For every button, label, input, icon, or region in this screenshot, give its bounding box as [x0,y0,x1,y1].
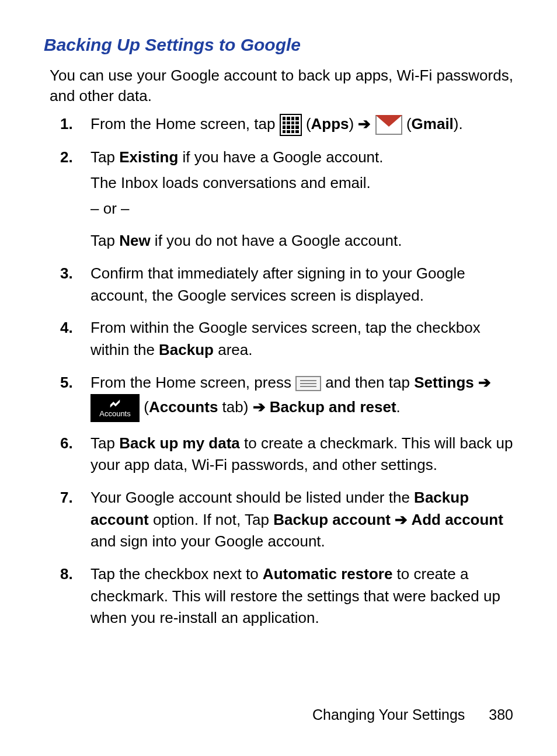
arrow-icon: ➔ [354,115,375,133]
automatic-restore-label: Automatic restore [263,565,393,583]
step-text: Tap [90,232,119,249]
step-number: 3. [60,263,90,306]
page-footer: Changing Your Settings 380 [312,706,513,723]
accounts-tab-label: Accounts [149,398,218,415]
step-text: Your Google account should be listed und… [90,489,414,506]
existing-label: Existing [119,148,178,166]
step-text: and sign into your Google account. [90,532,325,550]
step-text: if you do not have a Google account. [151,232,402,249]
step-text: Confirm that immediately after signing i… [90,263,513,306]
backup-reset-label: Backup and reset [270,398,396,415]
apps-label: Apps [311,115,349,133]
arrow-icon: ➔ [474,374,491,391]
step-subtext: The Inbox loads conversations and email. [90,172,513,194]
settings-label: Settings [414,374,474,391]
step-7: 7. Your Google account should be listed … [60,487,513,553]
arrow-icon: ➔ [248,398,269,415]
new-label: New [119,232,150,249]
step-number: 7. [60,487,90,553]
step-text: tab) [218,398,248,415]
step-number: 5. [60,372,90,422]
step-text: option. If not, Tap [149,511,273,528]
step-4: 4. From within the Google services scree… [60,317,513,361]
step-6: 6. Tap Back up my data to create a check… [60,433,513,476]
gmail-icon [375,115,402,135]
step-text: From the Home screen, tap [90,115,280,133]
page-number: 380 [489,706,513,723]
backup-label: Backup [159,341,214,358]
arrow-icon: ➔ [391,511,411,528]
step-number: 4. [60,317,90,361]
gmail-label: Gmail [412,115,454,133]
intro-text: You can use your Google account to back … [50,65,513,106]
accounts-icon-label: Accounts [99,409,130,420]
backup-account-label2: Backup account [273,511,391,528]
add-account-label: Add account [411,511,503,528]
step-text: Tap [90,434,119,452]
step-3: 3. Confirm that immediately after signin… [60,263,513,306]
section-heading: Backing Up Settings to Google [44,35,513,55]
accounts-tab-icon: Accounts [90,394,140,422]
step-text: Tap the checkbox next to [90,565,263,583]
steps-list: 1. From the Home screen, tap (Apps) ➔ (G… [44,113,513,629]
step-number: 8. [60,563,90,629]
step-text: and then tap [325,374,414,391]
step-number: 2. [60,147,90,252]
step-or: – or – [90,198,513,220]
menu-icon [295,376,321,391]
step-text: area. [214,341,253,358]
step-number: 6. [60,433,90,476]
step-text: From the Home screen, press [90,374,295,391]
step-8: 8. Tap the checkbox next to Automatic re… [60,563,513,629]
step-number: 1. [60,113,90,136]
back-up-my-data-label: Back up my data [119,434,240,452]
step-text: if you have a Google account. [178,148,383,166]
step-text: From within the Google services screen, … [90,319,481,358]
footer-section: Changing Your Settings [312,706,465,723]
apps-icon [280,114,302,136]
step-5: 5. From the Home screen, press and then … [60,372,513,422]
step-2: 2. Tap Existing if you have a Google acc… [60,147,513,252]
step-1: 1. From the Home screen, tap (Apps) ➔ (G… [60,113,513,136]
step-text: Tap [90,148,119,166]
